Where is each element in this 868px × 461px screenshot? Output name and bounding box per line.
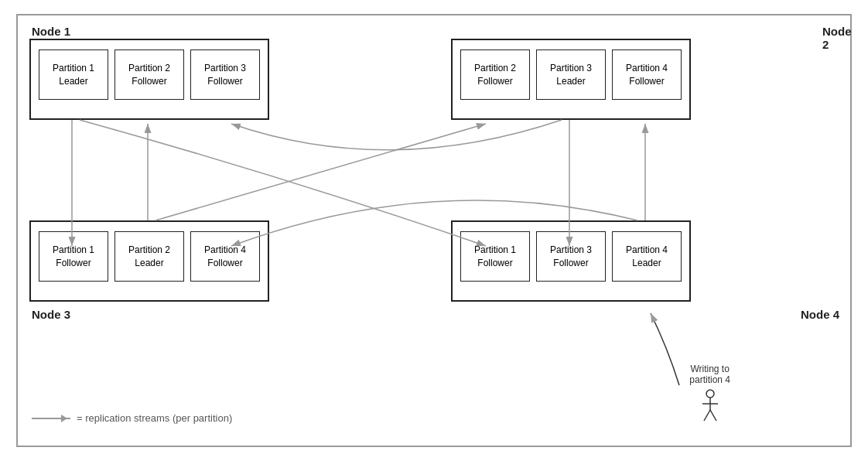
legend-line xyxy=(32,418,70,419)
node2-partition3: Partition 3Leader xyxy=(536,50,606,100)
node2-box: Partition 2Follower Partition 3Leader Pa… xyxy=(451,39,691,120)
svg-line-5 xyxy=(710,410,716,421)
legend-text: = replication streams (per partition) xyxy=(77,412,232,424)
legend-arrow xyxy=(32,418,70,419)
writing-label-group: Writing topartition 4 xyxy=(689,364,730,422)
node3-partition4: Partition 4Follower xyxy=(190,231,260,282)
svg-line-4 xyxy=(704,410,710,421)
node4-partition3: Partition 3Follower xyxy=(536,231,606,282)
node3-partitions: Partition 1Follower Partition 2Leader Pa… xyxy=(31,222,268,289)
node4-partitions: Partition 1Follower Partition 3Follower … xyxy=(453,222,689,289)
node4-label: Node 4 xyxy=(801,308,839,321)
diagram-container: Node 1 Node 2 Node 3 Node 4 Partition 1L… xyxy=(0,0,868,461)
node4-partition4: Partition 4Leader xyxy=(612,231,682,282)
node2-partitions: Partition 2Follower Partition 3Leader Pa… xyxy=(453,40,689,108)
main-diagram: Node 1 Node 2 Node 3 Node 4 Partition 1L… xyxy=(16,14,852,447)
person-icon xyxy=(699,388,721,422)
node1-partition1: Partition 1Leader xyxy=(39,50,108,100)
svg-point-1 xyxy=(706,390,714,398)
node2-label: Node 2 xyxy=(822,25,852,51)
node4-partition1: Partition 1Follower xyxy=(460,231,530,282)
node1-label: Node 1 xyxy=(32,25,70,38)
node1-partitions: Partition 1Leader Partition 2Follower Pa… xyxy=(31,40,268,108)
node2-partition2: Partition 2Follower xyxy=(460,50,530,100)
node1-partition2: Partition 2Follower xyxy=(114,50,184,100)
node3-partition1: Partition 1Follower xyxy=(39,231,108,282)
node3-label: Node 3 xyxy=(32,308,70,321)
node4-box: Partition 1Follower Partition 3Follower … xyxy=(451,220,691,302)
node1-box: Partition 1Leader Partition 2Follower Pa… xyxy=(29,39,269,120)
writing-label: Writing topartition 4 xyxy=(689,364,730,385)
node3-box: Partition 1Follower Partition 2Leader Pa… xyxy=(29,220,269,302)
node3-partition2: Partition 2Leader xyxy=(114,231,184,282)
legend: = replication streams (per partition) xyxy=(32,412,232,424)
node1-partition3: Partition 3Follower xyxy=(190,50,260,100)
node2-partition4: Partition 4Follower xyxy=(612,50,682,100)
